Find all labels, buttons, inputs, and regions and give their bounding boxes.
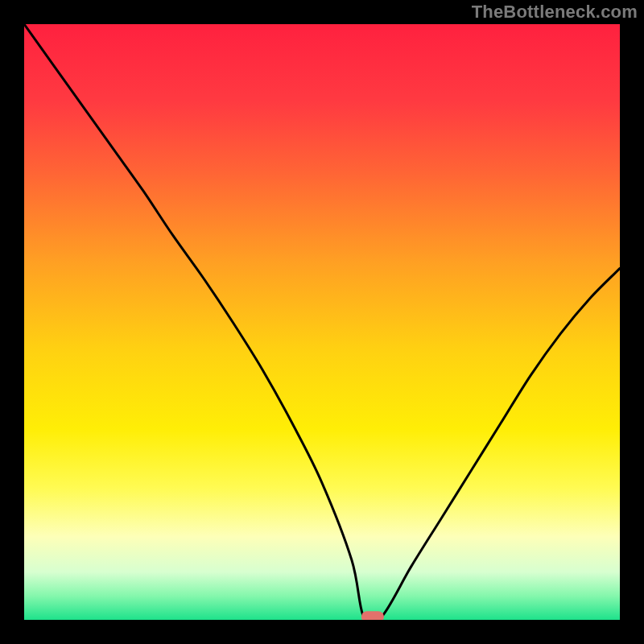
plot-area xyxy=(24,24,620,620)
chart-frame: TheBottleneck.com xyxy=(0,0,644,644)
chart-svg xyxy=(24,24,620,620)
watermark-text: TheBottleneck.com xyxy=(472,2,638,23)
optimal-marker xyxy=(361,611,384,620)
gradient-rect xyxy=(24,24,620,620)
